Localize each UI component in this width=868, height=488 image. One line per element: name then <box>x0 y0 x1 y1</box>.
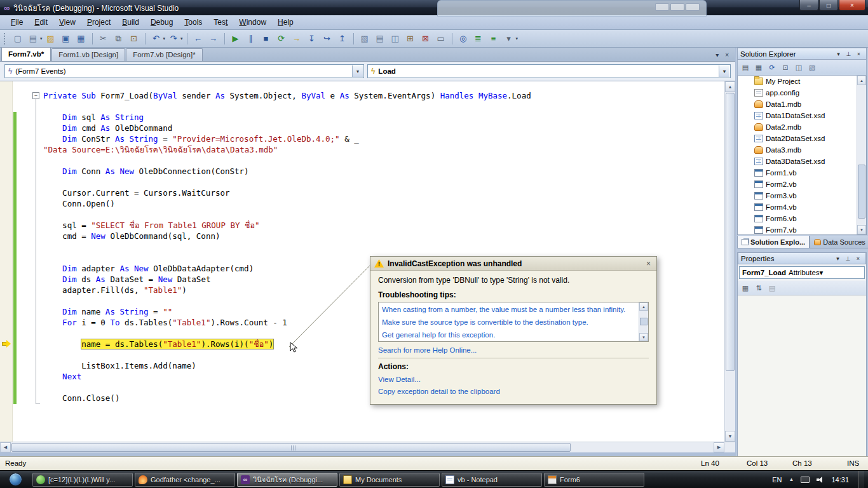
keyboard-tray-icon[interactable] <box>801 477 810 483</box>
troubleshooting-tip-link[interactable]: Get general help for this exception. <box>382 329 637 341</box>
error-list-icon[interactable]: ⊠ <box>419 32 433 45</box>
dropdown-arrow-icon[interactable]: ▾ <box>40 36 43 41</box>
minimize-button[interactable]: – <box>799 0 818 11</box>
pin-icon[interactable]: ⊥ <box>843 254 853 263</box>
view-designer-icon[interactable]: ◫ <box>792 62 805 74</box>
scroll-up-button[interactable]: ▲ <box>725 81 735 92</box>
tree-item[interactable]: Form2.vb <box>738 179 866 190</box>
navigate-forward-icon[interactable]: → <box>207 32 220 45</box>
tree-item[interactable]: Data1DataSet.xsd <box>738 110 866 121</box>
tree-item[interactable]: app.config <box>738 87 866 98</box>
solution-tree-scrollbar-thumb[interactable] <box>858 165 865 219</box>
navigate-back-icon[interactable]: ← <box>191 32 205 45</box>
action-link[interactable]: Copy exception detail to the clipboard <box>378 386 649 398</box>
restart-icon[interactable]: ⟳ <box>275 32 288 45</box>
properties-object-dropdown[interactable]: Form7_Load Attributes ▾ <box>739 266 865 279</box>
menu-item-view[interactable]: View <box>53 16 81 29</box>
scroll-up-button[interactable]: ▲ <box>857 76 866 85</box>
speaker-icon[interactable] <box>817 477 824 483</box>
clock[interactable]: 14:31 <box>831 476 849 484</box>
language-indicator[interactable]: EN <box>772 476 782 484</box>
tree-item[interactable]: Data2DataSet.xsd <box>738 133 866 144</box>
show-next-statement-icon[interactable]: → <box>290 32 304 45</box>
bg-close-button[interactable] <box>686 3 700 11</box>
uncomment-icon[interactable]: ≡ <box>487 32 501 45</box>
immediate-window-icon[interactable]: ▭ <box>434 32 448 45</box>
dropdown-arrow-icon[interactable]: ▾ <box>180 36 183 41</box>
window-position-icon[interactable]: ▾ <box>833 254 843 263</box>
copy-icon[interactable]: ⧉ <box>112 32 126 45</box>
tree-item[interactable]: My Project <box>738 76 866 87</box>
vertical-scrollbar-thumb[interactable] <box>726 93 735 371</box>
tab-list-dropdown-icon[interactable]: ▾ <box>715 51 719 58</box>
refresh-icon[interactable]: ⟳ <box>766 62 778 74</box>
dropdown-arrow-icon[interactable]: ▾ <box>516 36 519 41</box>
menu-item-file[interactable]: File <box>5 16 29 29</box>
taskbar-item[interactable]: vb - Notepad <box>442 473 542 487</box>
chevron-down-icon[interactable]: ▾ <box>820 268 824 277</box>
categorized-icon[interactable]: ▦ <box>739 282 752 294</box>
start-debug-icon[interactable]: ▶ <box>229 32 243 45</box>
taskbar-item[interactable]: Godfather <change_... <box>135 473 235 487</box>
show-desktop-button[interactable] <box>858 471 864 488</box>
toolbar-grip[interactable] <box>4 33 7 44</box>
menu-item-test[interactable]: Test <box>208 16 233 29</box>
comment-icon[interactable]: ≣ <box>471 32 485 45</box>
tips-scroll-down-button[interactable]: ▼ <box>639 333 648 341</box>
chevron-down-icon[interactable]: ▾ <box>352 65 363 77</box>
menu-item-project[interactable]: Project <box>81 16 116 29</box>
close-document-icon[interactable]: × <box>725 51 729 58</box>
tree-item[interactable]: Data1.mdb <box>738 98 866 110</box>
troubleshooting-tip-link[interactable]: Make sure the source type is convertible… <box>382 316 637 329</box>
scroll-down-button[interactable]: ▼ <box>857 225 866 234</box>
open-file-icon[interactable]: ▨ <box>44 32 58 45</box>
stop-debug-icon[interactable]: ■ <box>259 32 273 45</box>
tips-scrollbar[interactable]: ▲ ▼ <box>639 302 648 341</box>
search-help-online-link[interactable]: Search for more Help Online... <box>378 346 649 354</box>
properties-grid[interactable] <box>738 295 866 458</box>
redo-icon[interactable]: ↷ <box>166 32 180 45</box>
taskbar-item[interactable]: [c=12](L)(L)(L)Will y... <box>32 473 133 487</box>
bg-maximize-button[interactable] <box>670 3 684 11</box>
chevron-down-icon[interactable]: ▾ <box>719 65 729 77</box>
alphabetical-icon[interactable]: ⇅ <box>752 282 765 294</box>
menu-item-tools[interactable]: Tools <box>179 16 208 29</box>
close-icon[interactable]: × <box>854 50 864 58</box>
vertical-scrollbar[interactable]: ▲ ▼ <box>724 81 735 442</box>
tree-item[interactable]: Form4.vb <box>738 201 866 213</box>
bg-minimize-button[interactable] <box>655 3 669 11</box>
close-button[interactable]: × <box>839 0 865 11</box>
taskbar-item[interactable]: Form6 <box>544 473 644 487</box>
background-window-fragment[interactable] <box>437 0 707 17</box>
tree-item[interactable]: Data3.mdb <box>738 144 866 156</box>
view-code-icon[interactable]: ⊡ <box>779 62 792 74</box>
toolbar-options-icon[interactable]: ▾ <box>502 32 516 45</box>
tab-form1-vb-design-[interactable]: Form1.vb [Design] <box>51 48 125 61</box>
tips-scrollbar-thumb[interactable] <box>640 318 648 325</box>
outline-collapse-icon[interactable]: − <box>32 92 39 99</box>
menu-item-edit[interactable]: Edit <box>29 16 53 29</box>
taskbar-item[interactable]: My Documents <box>339 473 440 487</box>
horizontal-scrollbar[interactable]: ◀ ▶ <box>0 442 735 452</box>
tray-expand-icon[interactable]: ▲ <box>789 477 794 482</box>
tree-item[interactable]: Form1.vb <box>738 167 866 179</box>
add-item-icon[interactable]: ▤ <box>26 32 40 45</box>
tab-data-sources[interactable]: Data Sources <box>810 236 868 248</box>
cut-icon[interactable]: ✂ <box>97 32 111 45</box>
properties-window-icon[interactable]: ▤ <box>373 32 387 45</box>
paste-icon[interactable]: ⊡ <box>127 32 141 45</box>
tree-item[interactable]: Form6.vb <box>738 213 866 224</box>
menu-item-debug[interactable]: Debug <box>145 16 179 29</box>
objects-dropdown[interactable]: ϟ (Form7 Events) ▾ <box>4 64 364 78</box>
view-class-diagram-icon[interactable]: ▧ <box>806 62 818 74</box>
step-out-icon[interactable]: ↥ <box>336 32 349 45</box>
close-icon[interactable]: × <box>853 254 863 263</box>
menu-item-help[interactable]: Help <box>272 16 299 29</box>
tree-item[interactable]: Data2.mdb <box>738 121 866 133</box>
properties-icon[interactable]: ▤ <box>739 62 752 74</box>
close-icon[interactable]: × <box>644 259 653 268</box>
tree-item[interactable]: Data3DataSet.xsd <box>738 156 866 167</box>
solution-tree-scrollbar[interactable]: ▲ ▼ <box>857 76 866 234</box>
tab-form7-vb-design-[interactable]: Form7.vb [Design]* <box>126 48 202 61</box>
tab-form7-vb-[interactable]: Form7.vb* <box>1 47 51 61</box>
